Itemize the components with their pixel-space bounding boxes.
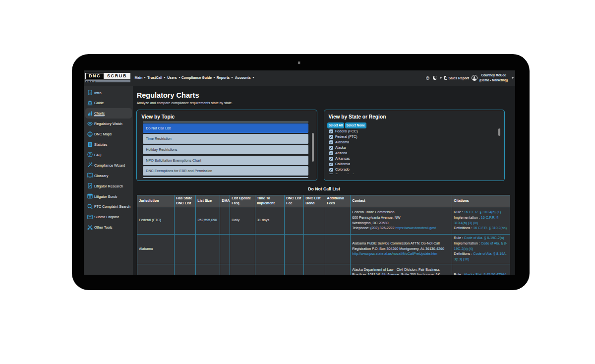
svg-text:?: ? bbox=[89, 153, 91, 156]
